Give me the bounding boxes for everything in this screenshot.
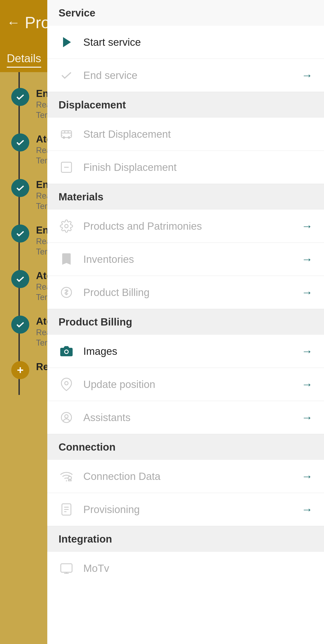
arrow-icon-connection-data: → bbox=[302, 470, 313, 483]
timeline-dot-check bbox=[11, 224, 29, 242]
camera-icon bbox=[58, 343, 74, 359]
svg-point-15 bbox=[65, 382, 68, 385]
section-header-connection: Connection bbox=[47, 434, 324, 460]
svg-rect-1 bbox=[61, 131, 72, 138]
menu-item-provisioning[interactable]: Provisioning → bbox=[47, 493, 324, 526]
timeline-dot-check bbox=[11, 179, 29, 197]
arrow-icon-inventories: → bbox=[302, 253, 313, 266]
tab-details[interactable]: Details bbox=[7, 52, 41, 68]
arrow-icon-products: → bbox=[302, 220, 313, 232]
timeline-dot-check bbox=[11, 88, 29, 106]
menu-label-end-service: End service bbox=[83, 69, 293, 81]
play-icon bbox=[58, 34, 74, 50]
menu-label-start-service: Start service bbox=[83, 36, 313, 48]
timeline-dot-check bbox=[11, 134, 29, 152]
menu-label-connection-data: Connection Data bbox=[83, 470, 293, 482]
menu-label-assistants: Assistants bbox=[83, 412, 293, 424]
svg-marker-0 bbox=[63, 37, 71, 47]
dollar-icon bbox=[58, 284, 74, 300]
arrow-icon-images: → bbox=[302, 345, 313, 358]
document-list-icon bbox=[58, 502, 74, 517]
arrow-icon-billing-mat: → bbox=[302, 286, 313, 299]
arrow-icon-end-service: → bbox=[302, 69, 313, 82]
svg-point-16 bbox=[61, 412, 72, 423]
section-title-integration: Integration bbox=[58, 533, 112, 545]
arrow-icon-provisioning: → bbox=[302, 503, 313, 516]
menu-label-finish-displacement: Finish Displacement bbox=[83, 161, 313, 173]
menu-label-provisioning: Provisioning bbox=[83, 503, 293, 516]
section-title-service: Service bbox=[58, 7, 95, 19]
menu-item-products-patrimonies[interactable]: Products and Patrimonies → bbox=[47, 210, 324, 243]
menu-label-inventories: Inventories bbox=[83, 253, 293, 265]
wifi-person-icon bbox=[58, 468, 74, 484]
bookmark-icon bbox=[58, 251, 74, 267]
svg-point-17 bbox=[65, 415, 68, 418]
section-header-service: Service bbox=[47, 0, 324, 26]
timeline-dot-check bbox=[11, 316, 29, 334]
section-title-displacement: Displacement bbox=[58, 99, 126, 111]
menu-item-start-service[interactable]: Start service bbox=[47, 26, 324, 59]
section-title-connection: Connection bbox=[58, 441, 115, 453]
section-header-integration: Integration bbox=[47, 526, 324, 552]
check-icon bbox=[58, 68, 74, 83]
menu-item-finish-displacement[interactable]: Finish Displacement bbox=[47, 151, 324, 184]
menu-item-start-displacement[interactable]: Start Displacement bbox=[47, 118, 324, 151]
timeline-dot-plus[interactable] bbox=[11, 361, 29, 379]
bus-icon bbox=[58, 126, 74, 142]
gear-icon bbox=[58, 218, 74, 234]
menu-item-assistants[interactable]: Assistants → bbox=[47, 401, 324, 434]
menu-item-connection-data[interactable]: Connection Data → bbox=[47, 460, 324, 493]
menu-label-start-displacement: Start Displacement bbox=[83, 128, 313, 140]
location-icon bbox=[58, 376, 74, 392]
svg-point-11 bbox=[65, 224, 68, 228]
timeline-dot-check bbox=[11, 270, 29, 288]
menu-label-products-patrimonies: Products and Patrimonies bbox=[83, 220, 293, 232]
back-button[interactable]: ← bbox=[7, 16, 20, 29]
menu-item-product-billing-materials[interactable]: Product Billing → bbox=[47, 276, 324, 309]
menu-item-images[interactable]: Images → bbox=[47, 335, 324, 368]
svg-rect-24 bbox=[61, 564, 72, 572]
menu-item-update-position[interactable]: Update position → bbox=[47, 368, 324, 401]
section-header-materials: Materials bbox=[47, 184, 324, 210]
page-title: Pro bbox=[25, 13, 50, 32]
section-title-materials: Materials bbox=[58, 191, 103, 203]
menu-item-inventories[interactable]: Inventories → bbox=[47, 243, 324, 276]
arrow-icon-position: → bbox=[302, 378, 313, 391]
section-header-displacement: Displacement bbox=[47, 92, 324, 118]
svg-point-18 bbox=[66, 480, 67, 482]
menu-label-update-position: Update position bbox=[83, 378, 293, 390]
menu-item-motv[interactable]: MoTv bbox=[47, 552, 324, 585]
tv-square-icon bbox=[58, 560, 74, 576]
overlay-panel: Service Start service End service → Disp… bbox=[47, 0, 324, 644]
section-title-product-billing: Product Billing bbox=[58, 316, 132, 328]
menu-label-motv: MoTv bbox=[83, 562, 313, 574]
arrow-icon-assistants: → bbox=[302, 411, 313, 424]
person-circle-icon bbox=[58, 410, 74, 425]
menu-label-images: Images bbox=[83, 345, 293, 357]
menu-label-product-billing-mat: Product Billing bbox=[83, 286, 293, 298]
svg-point-14 bbox=[65, 350, 68, 353]
section-header-product-billing: Product Billing bbox=[47, 309, 324, 335]
minus-square-icon bbox=[58, 159, 74, 175]
menu-item-end-service[interactable]: End service → bbox=[47, 59, 324, 92]
